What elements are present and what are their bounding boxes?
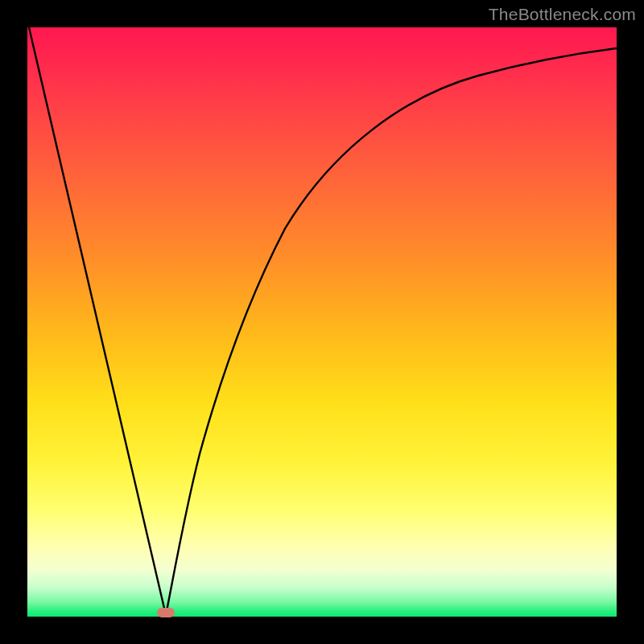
- curve-right-limb: [166, 48, 617, 615]
- chart-plot-area: [27, 27, 617, 617]
- watermark-text: TheBottleneck.com: [489, 5, 636, 24]
- curve-left-limb: [29, 27, 166, 615]
- optimal-point-marker: [157, 608, 175, 617]
- bottleneck-curve: [27, 27, 617, 617]
- chart-frame: TheBottleneck.com: [0, 0, 644, 644]
